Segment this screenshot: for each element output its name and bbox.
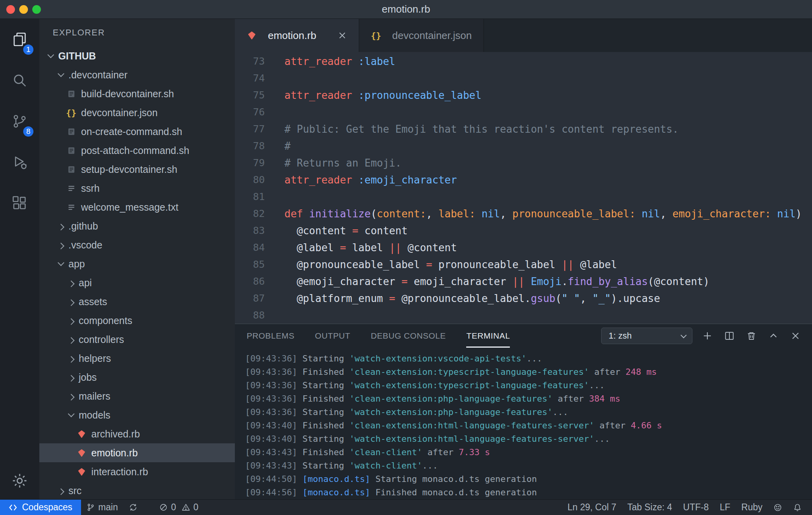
tree-item-label: src [68, 485, 81, 496]
file-tree[interactable]: GITHUB.devcontainerbuild-devcontainer.sh… [39, 46, 235, 499]
split-terminal-icon[interactable] [722, 329, 736, 343]
tree-item-.vscode[interactable]: .vscode [39, 235, 235, 254]
vscode-window: emotion.rb 1 8 [0, 0, 812, 515]
tab-output[interactable]: OUTPUT [315, 324, 351, 348]
zoom-window-button[interactable] [32, 5, 41, 14]
tree-item-.github[interactable]: .github [39, 217, 235, 235]
code-line-85[interactable]: 85 @pronounceable_label = pronounceable_… [235, 256, 812, 273]
sh-file-icon [66, 89, 76, 99]
json-icon: {} [66, 107, 76, 118]
problems-indicator[interactable]: 0 0 [157, 500, 201, 515]
tree-item-post-attach-command.sh[interactable]: post-attach-command.sh [39, 141, 235, 160]
terminal-output[interactable]: [09:43:36] Starting 'watch-extension:vsc… [235, 348, 812, 499]
feedback-button[interactable] [768, 500, 788, 515]
code-text: @label = label || @content [265, 242, 457, 254]
tree-item-label: helpers [79, 353, 111, 364]
code-line-73[interactable]: 73attr_reader :label [235, 53, 812, 70]
terminal-line: [09:43:36] Starting 'watch-extension:php… [245, 405, 812, 419]
codespaces-remote-button[interactable]: Codespaces [0, 500, 81, 515]
tree-item-interaction.rb[interactable]: interaction.rb [39, 462, 235, 481]
code-line-86[interactable]: 86 @emoji_character = emoji_character ||… [235, 273, 812, 290]
tab-terminal[interactable]: TERMINAL [466, 324, 510, 348]
tree-item-components[interactable]: components [39, 311, 235, 330]
line-number: 83 [235, 225, 265, 236]
code-line-75[interactable]: 75attr_reader :pronounceable_label [235, 87, 812, 104]
tree-item-ssrh[interactable]: ssrh [39, 179, 235, 198]
code-line-88[interactable]: 88 [235, 307, 812, 324]
tree-item-emotion.rb[interactable]: emotion.rb [39, 443, 235, 462]
cursor-position[interactable]: Ln 29, Col 7 [562, 500, 622, 515]
tree-item-on-create-command.sh[interactable]: on-create-command.sh [39, 122, 235, 141]
maximize-panel-icon[interactable] [766, 329, 781, 343]
tree-item-welcome_message.txt[interactable]: welcome_message.txt [39, 198, 235, 217]
code-line-77[interactable]: 77# Public: Get the Emoji that this reac… [235, 120, 812, 137]
code-line-83[interactable]: 83 @content = content [235, 222, 812, 239]
tree-item-label: archived.rb [91, 428, 140, 440]
new-terminal-icon[interactable] [700, 329, 714, 343]
notifications-button[interactable] [788, 500, 807, 515]
activity-explorer-button[interactable]: 1 [0, 19, 39, 60]
terminal-select[interactable]: 1: zsh [601, 328, 692, 344]
code-line-84[interactable]: 84 @label = label || @content [235, 239, 812, 256]
eol[interactable]: LF [714, 500, 736, 515]
tree-item-app[interactable]: app [39, 254, 235, 273]
language-mode[interactable]: Ruby [736, 500, 768, 515]
minimize-window-button[interactable] [19, 5, 28, 14]
trash-icon[interactable] [744, 329, 758, 343]
tree-item-label: ssrh [81, 183, 100, 194]
indentation[interactable]: Tab Size: 4 [622, 500, 677, 515]
chevron-right-icon [66, 372, 76, 382]
tree-item-archived.rb[interactable]: archived.rb [39, 424, 235, 443]
chevron-right-icon [66, 334, 76, 345]
tab-devcontainer-json[interactable]: {} devcontainer.json [359, 19, 484, 52]
branch-indicator[interactable]: main [81, 500, 124, 515]
tree-item-mailers[interactable]: mailers [39, 387, 235, 406]
code-line-81[interactable]: 81 [235, 188, 812, 205]
tab-debug-console[interactable]: DEBUG CONSOLE [371, 324, 446, 348]
tree-item-api[interactable]: api [39, 273, 235, 292]
sync-indicator[interactable] [124, 500, 143, 515]
tree-item-label: on-create-command.sh [81, 126, 182, 137]
tree-item-GITHUB[interactable]: GITHUB [39, 46, 235, 65]
tree-item-label: setup-devcontainer.sh [81, 164, 177, 175]
code-line-82[interactable]: 82def initialize(content:, label: nil, p… [235, 205, 812, 222]
tree-item-build-devcontainer.sh[interactable]: build-devcontainer.sh [39, 84, 235, 103]
window-title: emotion.rb [0, 3, 812, 15]
code-line-80[interactable]: 80attr_reader :emoji_character [235, 171, 812, 188]
tree-item-src[interactable]: src [39, 481, 235, 499]
sync-icon [129, 503, 137, 511]
tree-item-label: devcontainer.json [81, 107, 158, 119]
encoding[interactable]: UTF-8 [677, 500, 714, 515]
activity-extensions-button[interactable] [0, 183, 39, 224]
warnings-count: 0 [194, 502, 199, 513]
smiley-icon [773, 503, 782, 512]
code-line-78[interactable]: 78# [235, 137, 812, 154]
activity-search-button[interactable] [0, 60, 39, 101]
tree-item-models[interactable]: models [39, 406, 235, 424]
activity-source-control-button[interactable]: 8 [0, 101, 39, 142]
code-line-74[interactable]: 74 [235, 70, 812, 87]
bottom-panel: PROBLEMS OUTPUT DEBUG CONSOLE TERMINAL 1… [235, 324, 812, 499]
tab-emotion-rb[interactable]: emotion.rb [235, 19, 359, 52]
tree-item-jobs[interactable]: jobs [39, 368, 235, 387]
code-line-76[interactable]: 76 [235, 104, 812, 120]
tree-item-assets[interactable]: assets [39, 292, 235, 311]
code-area[interactable]: 73attr_reader :label7475attr_reader :pro… [235, 52, 812, 324]
code-line-79[interactable]: 79# Returns an Emoji. [235, 154, 812, 171]
activity-run-debug-button[interactable] [0, 142, 39, 183]
close-panel-icon[interactable] [788, 329, 803, 343]
panel-tabs: PROBLEMS OUTPUT DEBUG CONSOLE TERMINAL [247, 324, 510, 348]
tree-item-controllers[interactable]: controllers [39, 330, 235, 349]
tree-item-setup-devcontainer.sh[interactable]: setup-devcontainer.sh [39, 160, 235, 179]
tree-item-helpers[interactable]: helpers [39, 349, 235, 368]
close-window-button[interactable] [6, 5, 15, 14]
terminal-line: [09:43:36] Finished 'clean-extension:typ… [245, 365, 812, 378]
code-text: @platform_enum = @pronounceable_label.gs… [265, 293, 660, 304]
close-tab-icon[interactable] [338, 31, 347, 40]
settings-button[interactable] [0, 462, 39, 499]
codespaces-icon [9, 503, 17, 512]
tree-item-.devcontainer[interactable]: .devcontainer [39, 65, 235, 84]
code-line-87[interactable]: 87 @platform_enum = @pronounceable_label… [235, 290, 812, 307]
tab-problems[interactable]: PROBLEMS [247, 324, 295, 348]
tree-item-devcontainer.json[interactable]: {}devcontainer.json [39, 103, 235, 122]
